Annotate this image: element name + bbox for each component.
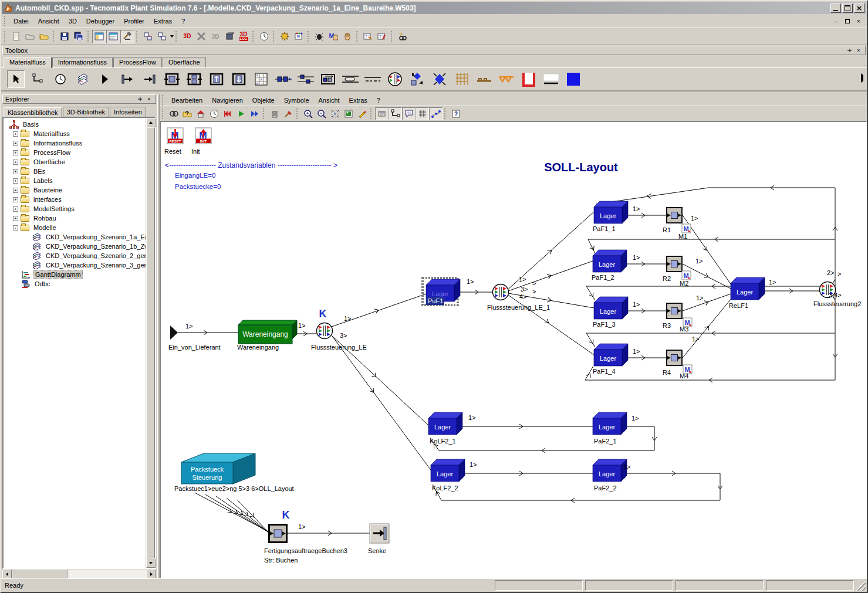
toolbar-grip[interactable] xyxy=(391,31,394,42)
layers-tool-button[interactable] xyxy=(74,70,92,88)
3d-log-button[interactable]: 3DLOG xyxy=(237,30,251,43)
toolbar-grip[interactable] xyxy=(136,31,139,42)
drain-tool-button[interactable] xyxy=(141,70,158,88)
debug-method-button[interactable]: M xyxy=(326,30,340,43)
m2-method-node[interactable]: M xyxy=(682,271,691,280)
kolf2-2-node[interactable]: Lager xyxy=(431,459,465,482)
mdi-close-button[interactable]: × xyxy=(854,17,863,25)
fertigungsauftraege-buchen3-node[interactable] xyxy=(269,525,287,543)
menu-debugger[interactable]: Debugger xyxy=(82,16,119,26)
rect-object-tool-button[interactable] xyxy=(565,70,582,88)
paf1-3-node[interactable]: Lager xyxy=(594,297,628,319)
sawtooth-tool-button[interactable] xyxy=(498,70,515,88)
expand-toggle[interactable] xyxy=(13,206,18,212)
paf2-1-node[interactable]: Lager xyxy=(593,412,627,435)
menu-3d[interactable]: 3D xyxy=(64,16,82,26)
toggle-comments-button[interactable] xyxy=(402,107,416,120)
save-button[interactable] xyxy=(58,30,72,43)
explorer-tab-infoseiten[interactable]: Infoseiten xyxy=(110,107,146,117)
tree-item-oberflaeche[interactable]: Oberfläche xyxy=(5,157,146,167)
flusssteuerung-le1-node[interactable] xyxy=(493,284,509,300)
up-level-button[interactable] xyxy=(180,107,194,120)
r3-station-node[interactable] xyxy=(667,303,682,318)
toggle-connectors-button[interactable] xyxy=(389,107,402,120)
start-button[interactable] xyxy=(234,107,248,120)
explorer-tab-klassenbibliothek[interactable]: Klassenbibliothek xyxy=(4,107,62,117)
grid-tool-button[interactable] xyxy=(453,70,471,88)
expand-toggle[interactable] xyxy=(13,188,18,193)
toolbar-grip[interactable] xyxy=(252,31,255,42)
station-tool-button[interactable] xyxy=(163,70,181,88)
3d-viewer-button[interactable]: 3D xyxy=(180,30,194,43)
resize-grip[interactable] xyxy=(856,580,866,591)
frame-tool-button[interactable] xyxy=(520,70,538,88)
paf1-1-node[interactable]: Lager xyxy=(594,201,628,223)
tree-horizontal-scrollbar[interactable] xyxy=(2,569,156,578)
gear-wheel-button[interactable] xyxy=(278,30,292,43)
event-controller-button[interactable] xyxy=(257,30,271,43)
tree-item-rohbau[interactable]: Rohbau xyxy=(5,214,146,223)
parallel-line-tool-button[interactable] xyxy=(297,70,315,88)
tree-vertical-scrollbar[interactable] xyxy=(146,118,155,568)
toolbar-grip[interactable] xyxy=(263,109,266,119)
toolbar-grip[interactable] xyxy=(273,31,276,42)
explorer-close-button[interactable]: × xyxy=(145,96,153,103)
toolbar-grip[interactable] xyxy=(308,31,310,42)
transfer-tool-button[interactable] xyxy=(408,70,426,88)
3d-open-button[interactable]: 3D xyxy=(208,30,222,43)
model-menu-ansicht[interactable]: Ansicht xyxy=(314,95,345,106)
model-menu-navigieren[interactable]: Navigieren xyxy=(207,95,248,106)
expand-toggle[interactable] xyxy=(13,160,18,165)
home-button[interactable] xyxy=(194,107,207,120)
fit-selection-button[interactable] xyxy=(328,107,342,120)
mdi-restore-button[interactable] xyxy=(843,17,852,25)
model-canvas-area[interactable]: M RESET M INIT Reset Init <-------------… xyxy=(160,121,867,578)
toolbar-grip[interactable] xyxy=(4,31,7,42)
cycle-tool-button[interactable] xyxy=(319,70,337,88)
menu-extras[interactable]: Extras xyxy=(149,16,177,26)
menu-datei[interactable]: Datei xyxy=(9,16,33,26)
kolf2-1-node[interactable]: Lager xyxy=(428,412,462,435)
minimize-button[interactable] xyxy=(830,4,841,13)
toggle-protocol-button[interactable] xyxy=(375,107,389,120)
model-menu-symbole[interactable]: Symbole xyxy=(279,95,314,106)
close-button[interactable] xyxy=(854,4,864,13)
expand-toggle[interactable] xyxy=(13,216,18,221)
compare-models-button[interactable] xyxy=(375,30,389,43)
help-button[interactable]: ? xyxy=(449,107,462,120)
scroll-up-arrow[interactable] xyxy=(146,118,156,127)
toolbar-grip[interactable] xyxy=(296,109,299,119)
menu-ansicht[interactable]: Ansicht xyxy=(33,16,64,26)
relf1-node[interactable]: Lager xyxy=(731,277,765,300)
explorer-tab-3d-bibliothek[interactable]: 3D-Bibliothek xyxy=(63,107,109,117)
conveyor-tool-button[interactable] xyxy=(475,70,493,88)
model-menu-help[interactable]: ? xyxy=(372,95,385,106)
toolbar-grip[interactable] xyxy=(175,31,178,42)
search-assistant-button[interactable]: ? xyxy=(396,30,410,43)
title-bar[interactable]: Automobil_CKD.spp - Tecnomatix Plant Sim… xyxy=(2,2,866,14)
model-menu-extras[interactable]: Extras xyxy=(345,95,372,106)
fast-forward-button[interactable] xyxy=(248,107,261,120)
3d-close-button[interactable] xyxy=(194,30,208,43)
expand-toggle[interactable] xyxy=(13,131,18,137)
line-tool-button[interactable] xyxy=(275,70,292,88)
zoom-out-button[interactable] xyxy=(315,107,328,120)
expand-toggle[interactable] xyxy=(13,141,18,146)
collapse-toggle[interactable] xyxy=(13,225,18,231)
tree-item-processflow[interactable]: ProcessFlow xyxy=(5,148,146,157)
clean-up-button[interactable] xyxy=(281,107,295,120)
toggle-console-button[interactable] xyxy=(106,30,120,43)
tree-item-model-1a[interactable]: CKD_Verpackung_Szenario_1a_Eine_Ba xyxy=(5,232,146,242)
source-node[interactable] xyxy=(170,326,178,340)
tree-item-model-1b[interactable]: CKD_Verpackung_Szenario_1b_Zwei_Ba xyxy=(5,242,146,251)
menu-profiler[interactable]: Profiler xyxy=(119,16,149,26)
expand-toggle[interactable] xyxy=(13,169,18,174)
find-button[interactable] xyxy=(167,107,180,120)
packstueck-steuerung-node[interactable]: Packstueck Steuerung xyxy=(181,453,255,484)
tree-item-basis[interactable]: Basis xyxy=(5,120,146,129)
tree-item-ganttdiagramm[interactable]: GanttDiagramm xyxy=(5,270,146,279)
toolbar-grip[interactable] xyxy=(370,109,373,119)
tree-item-modelle[interactable]: Modelle xyxy=(5,223,146,232)
wareneingang-node[interactable]: Wareneingang xyxy=(238,320,297,344)
new-model-button[interactable] xyxy=(9,30,23,43)
